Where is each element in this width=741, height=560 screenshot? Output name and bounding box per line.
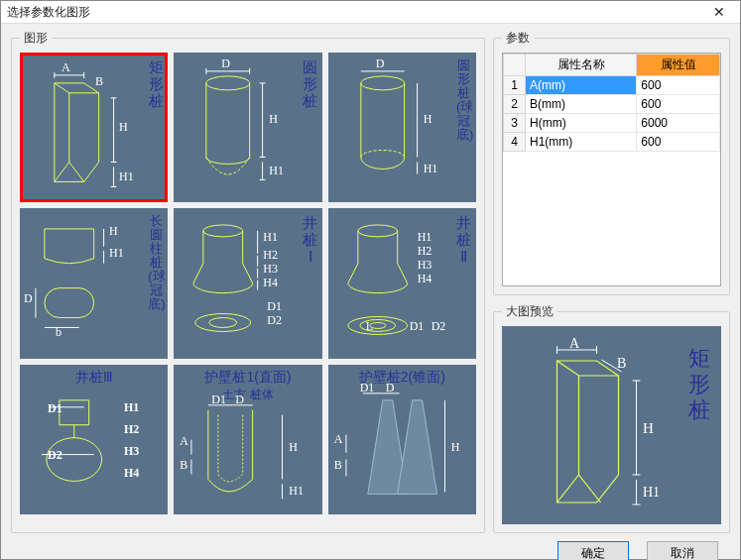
ok-button[interactable]: 确定 bbox=[557, 541, 629, 560]
preview-fieldset: 大图预览 矩形桩 bbox=[493, 303, 730, 533]
svg-point-33 bbox=[195, 314, 251, 332]
params-fieldset: 参数 属性名称 属性值 1A(mm)6002B(mm)6003H(mm)6000… bbox=[493, 30, 730, 295]
shape-well-pile-1[interactable]: 井桩Ⅰ bbox=[174, 208, 321, 358]
shape-label: 井桩Ⅰ bbox=[303, 214, 318, 265]
dim-b: B bbox=[180, 458, 187, 473]
dim-h1: H1 bbox=[119, 169, 134, 184]
param-name: H1(mm) bbox=[526, 133, 637, 152]
idx-head bbox=[504, 55, 526, 76]
well-pile-2-icon bbox=[328, 208, 476, 358]
window-title: 选择参数化图形 bbox=[7, 4, 90, 21]
titlebar: 选择参数化图形 ✕ bbox=[1, 1, 740, 24]
svg-point-19 bbox=[361, 76, 405, 90]
long-cyl-icon bbox=[20, 208, 168, 358]
svg-point-39 bbox=[358, 225, 398, 237]
shape-circle-pile-sphere[interactable]: 圆形桩(球冠底) bbox=[328, 53, 476, 202]
param-row[interactable]: 3H(mm)6000 bbox=[504, 114, 720, 133]
svg-point-34 bbox=[209, 318, 237, 328]
well-pile-3-icon bbox=[20, 365, 168, 514]
dim-h: H bbox=[451, 440, 460, 455]
param-idx: 4 bbox=[504, 133, 526, 152]
dim-h1: H1 bbox=[124, 400, 139, 415]
param-name: H(mm) bbox=[526, 114, 637, 133]
preview-legend: 大图预览 bbox=[502, 303, 557, 320]
svg-rect-25 bbox=[45, 288, 94, 318]
well-pile-1-icon bbox=[174, 208, 321, 358]
svg-point-8 bbox=[206, 76, 250, 90]
param-name: B(mm) bbox=[526, 95, 637, 114]
param-value[interactable]: 600 bbox=[637, 133, 720, 152]
value-head[interactable]: 属性值 bbox=[637, 55, 720, 76]
shape-label: 护壁桩1(直面) bbox=[174, 369, 321, 387]
shape-guard-pile-1[interactable]: 护壁桩1(直面) 土方 桩体 bbox=[174, 365, 321, 514]
dim-b: b bbox=[56, 325, 62, 340]
dim-h: H bbox=[289, 440, 298, 455]
param-value[interactable]: 6000 bbox=[637, 114, 720, 133]
dim-d: D bbox=[221, 56, 230, 71]
svg-point-30 bbox=[203, 225, 243, 237]
dim-d: D bbox=[386, 381, 395, 395]
param-idx: 2 bbox=[504, 95, 526, 114]
params-legend: 参数 bbox=[502, 30, 534, 47]
rect-pile-icon bbox=[20, 53, 168, 202]
close-icon: ✕ bbox=[713, 4, 725, 20]
preview-shape-label: 矩形桩 bbox=[687, 346, 711, 423]
preview-box: 矩形桩 A B bbox=[502, 326, 721, 524]
shape-label: 矩形桩 bbox=[148, 58, 164, 109]
dim-d: D bbox=[235, 392, 244, 407]
dim-h: H bbox=[424, 112, 432, 127]
shape-label: 井桩Ⅲ bbox=[20, 369, 168, 387]
dim-h3: H3 bbox=[263, 262, 278, 277]
dim-h1: H1 bbox=[289, 484, 304, 499]
name-head[interactable]: 属性名称 bbox=[526, 55, 637, 76]
preview-dim-h1: H1 bbox=[643, 485, 660, 501]
param-idx: 1 bbox=[504, 76, 526, 95]
param-row[interactable]: 2B(mm)600 bbox=[504, 95, 720, 114]
shape-rect-pile[interactable]: 矩形桩 A bbox=[20, 53, 168, 202]
dim-d: D bbox=[24, 291, 33, 306]
shape-grid: 矩形桩 A bbox=[20, 53, 476, 514]
dim-h1: H1 bbox=[109, 246, 124, 261]
shape-well-pile-3[interactable]: 井桩Ⅲ D1 bbox=[20, 365, 168, 514]
dim-h4: H4 bbox=[418, 272, 432, 286]
param-value[interactable]: 600 bbox=[637, 76, 720, 95]
param-name: A(mm) bbox=[526, 76, 637, 95]
shape-label: 圆形桩(球冠底) bbox=[456, 58, 472, 142]
param-table: 属性名称 属性值 1A(mm)6002B(mm)6003H(mm)60004H1… bbox=[503, 54, 720, 152]
param-row[interactable]: 4H1(mm)600 bbox=[504, 133, 720, 152]
param-idx: 3 bbox=[504, 114, 526, 133]
param-value[interactable]: 600 bbox=[637, 95, 720, 114]
dim-d1: D1 bbox=[360, 381, 375, 395]
param-row[interactable]: 1A(mm)600 bbox=[504, 76, 720, 95]
dim-h1: H1 bbox=[263, 230, 278, 245]
dim-d1: D1 bbox=[267, 299, 282, 314]
dim-h4: H4 bbox=[263, 276, 278, 290]
dim-a: A bbox=[180, 434, 188, 449]
shapes-legend: 图形 bbox=[20, 30, 52, 47]
dim-d2: D2 bbox=[432, 319, 446, 334]
circle-pile-sphere-icon bbox=[328, 53, 476, 202]
dim-h2: H2 bbox=[124, 422, 139, 437]
shape-label: 圆形桩 bbox=[303, 58, 318, 109]
close-button[interactable]: ✕ bbox=[704, 1, 734, 23]
preview-dim-b: B bbox=[617, 356, 626, 372]
preview-dim-h: H bbox=[643, 420, 654, 437]
dim-h: H bbox=[269, 112, 278, 127]
circle-pile-icon bbox=[174, 53, 321, 202]
preview-dim-a: A bbox=[569, 336, 579, 352]
shape-circle-pile[interactable]: 圆形桩 bbox=[174, 53, 321, 202]
dialog-window: 选择参数化图形 ✕ 图形 矩形桩 bbox=[0, 0, 741, 560]
footer: 确定 取消 bbox=[1, 541, 740, 560]
dim-d2: D2 bbox=[48, 448, 62, 463]
shape-guard-pile-2[interactable]: 护壁桩2(锥面) bbox=[328, 365, 476, 514]
shape-long-cyl-sphere[interactable]: 长圆柱桩(球冠底) bbox=[20, 208, 168, 358]
shape-sublabel: 土方 桩体 bbox=[174, 387, 321, 403]
shapes-fieldset: 图形 矩形桩 bbox=[11, 30, 485, 533]
right-column: 参数 属性名称 属性值 1A(mm)6002B(mm)6003H(mm)6000… bbox=[493, 30, 730, 533]
cancel-button[interactable]: 取消 bbox=[647, 541, 718, 560]
dim-h: H bbox=[109, 224, 118, 239]
param-box: 属性名称 属性值 1A(mm)6002B(mm)6003H(mm)60004H1… bbox=[502, 53, 721, 286]
dim-b: B bbox=[334, 458, 342, 473]
shape-well-pile-2[interactable]: 井桩Ⅱ H1 H2 bbox=[328, 208, 476, 358]
dim-a: A bbox=[334, 432, 343, 447]
